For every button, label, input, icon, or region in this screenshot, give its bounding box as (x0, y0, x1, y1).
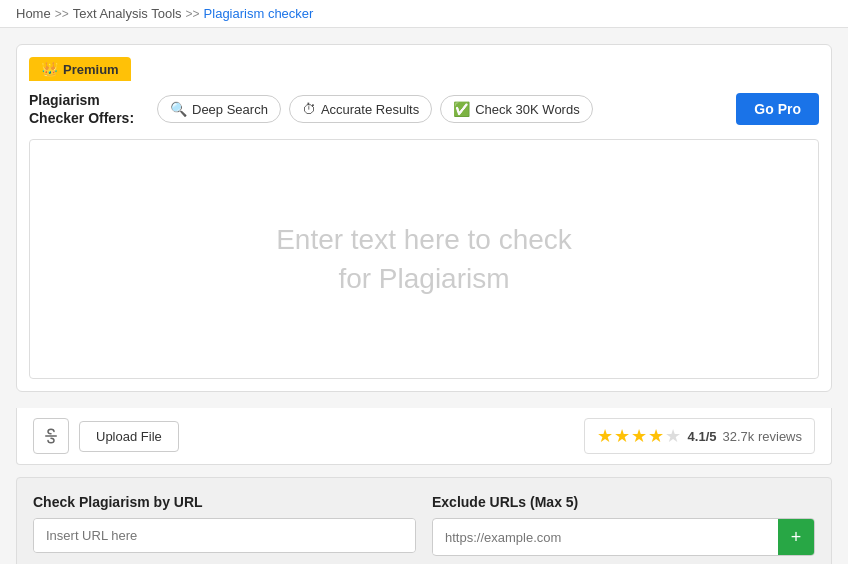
feature-words-label: Check 30K Words (475, 102, 580, 117)
clock-icon: ⏱ (302, 101, 316, 117)
feature-accurate-results: ⏱ Accurate Results (289, 95, 432, 123)
check-url-input[interactable] (34, 519, 415, 552)
strikethrough-icon-button[interactable] (33, 418, 69, 454)
breadcrumb-sep2: >> (186, 7, 200, 21)
bottom-toolbar: Upload File ★★★★★ 4.1/5 32.7k reviews (16, 408, 832, 465)
breadcrumb: Home >> Text Analysis Tools >> Plagiaris… (0, 0, 848, 28)
exclude-url-label: Exclude URLs (Max 5) (432, 494, 815, 510)
add-url-button[interactable]: + (778, 519, 814, 555)
stars-display: ★★★★★ (597, 425, 682, 447)
feature-deep-search-label: Deep Search (192, 102, 268, 117)
upload-file-button[interactable]: Upload File (79, 421, 179, 452)
features-bar: PlagiarismChecker Offers: 🔍 Deep Search … (17, 81, 831, 139)
crown-icon: 👑 (41, 61, 58, 77)
feature-deep-search: 🔍 Deep Search (157, 95, 281, 123)
search-icon: 🔍 (170, 101, 187, 117)
main-card: 👑 Premium PlagiarismChecker Offers: 🔍 De… (16, 44, 832, 392)
rating-value: 4.1/5 (688, 429, 717, 444)
rating-section: ★★★★★ 4.1/5 32.7k reviews (584, 418, 815, 454)
exclude-url-input-wrapper: + (432, 518, 815, 556)
exclude-url-block: Exclude URLs (Max 5) + (432, 494, 815, 556)
reviews-count: 32.7k reviews (723, 429, 802, 444)
go-pro-button[interactable]: Go Pro (736, 93, 819, 125)
breadcrumb-sep1: >> (55, 7, 69, 21)
breadcrumb-tools[interactable]: Text Analysis Tools (73, 6, 182, 21)
breadcrumb-home[interactable]: Home (16, 6, 51, 21)
feature-accurate-label: Accurate Results (321, 102, 419, 117)
check-url-block: Check Plagiarism by URL (33, 494, 416, 556)
breadcrumb-current[interactable]: Plagiarism checker (204, 6, 314, 21)
url-section: Check Plagiarism by URL Exclude URLs (Ma… (16, 477, 832, 564)
check-icon: ✅ (453, 101, 470, 117)
premium-label: Premium (63, 62, 119, 77)
check-url-input-wrapper (33, 518, 416, 553)
features-label: PlagiarismChecker Offers: (29, 91, 149, 127)
exclude-url-input[interactable] (433, 521, 778, 554)
premium-badge: 👑 Premium (29, 57, 131, 81)
feature-check-words: ✅ Check 30K Words (440, 95, 593, 123)
check-url-label: Check Plagiarism by URL (33, 494, 416, 510)
text-input-area[interactable]: Enter text here to checkfor Plagiarism (29, 139, 819, 379)
text-placeholder: Enter text here to checkfor Plagiarism (256, 200, 592, 318)
